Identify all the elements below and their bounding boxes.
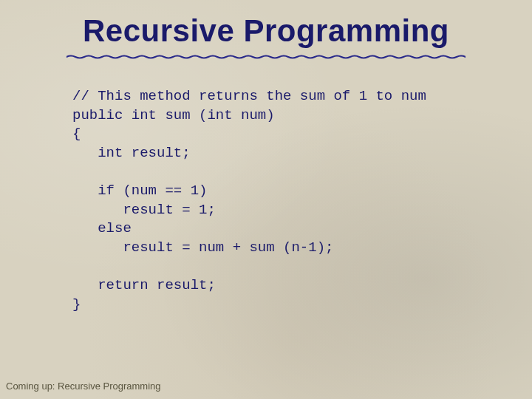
code-line: int result; xyxy=(72,145,191,161)
slide: Recursive Programming // This method ret… xyxy=(0,0,532,399)
code-line: return result; xyxy=(72,277,216,293)
code-line: } xyxy=(72,296,81,313)
footer-text: Coming up: Recursive Programming xyxy=(6,381,161,392)
code-line: else xyxy=(72,220,132,236)
code-line: result = 1; xyxy=(72,202,216,218)
code-line: public int sum (int num) xyxy=(72,107,275,123)
code-line: { xyxy=(72,126,81,142)
page-title: Recursive Programming xyxy=(37,13,495,49)
code-line: result = num + sum (n-1); xyxy=(72,239,333,256)
divider xyxy=(66,55,466,59)
code-line: // This method returns the sum of 1 to n… xyxy=(72,88,426,104)
code-block: // This method returns the sum of 1 to n… xyxy=(72,87,495,315)
scribble-line-icon xyxy=(66,55,466,59)
code-line: if (num == 1) xyxy=(72,183,207,199)
